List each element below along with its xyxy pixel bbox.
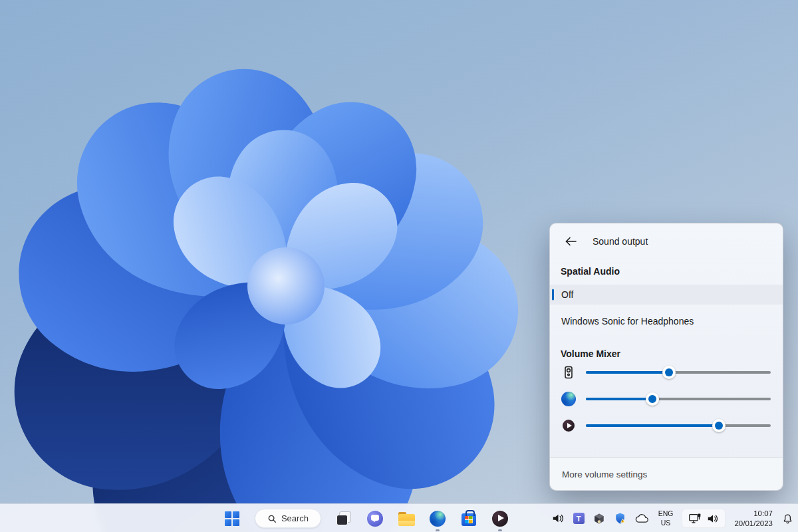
slider-fill	[586, 398, 652, 400]
clock-date: 20/01/2023	[734, 519, 773, 529]
selection-accent-bar	[552, 289, 554, 301]
speaker-device-icon	[561, 364, 577, 380]
search-button[interactable]: Search	[255, 509, 321, 528]
taskbar-item-chat[interactable]	[366, 510, 384, 527]
search-label: Search	[281, 513, 309, 523]
task-view-icon	[336, 511, 352, 527]
chat-bubble-icon	[367, 511, 383, 527]
speaker-icon	[552, 513, 565, 524]
language-indicator[interactable]: ENG US	[658, 509, 674, 527]
back-button[interactable]	[562, 234, 579, 249]
play-circle-icon	[492, 511, 508, 527]
volume-slider-media-player[interactable]	[586, 419, 771, 432]
mixer-row-edge	[550, 386, 783, 412]
slider-fill	[586, 424, 719, 427]
store-bag-icon	[462, 513, 476, 526]
running-indicator	[436, 529, 440, 531]
tray-teams-button[interactable]: T	[573, 513, 585, 524]
folder-icon	[398, 512, 415, 526]
taskbar-app-group: Search	[223, 504, 509, 532]
more-volume-settings-link[interactable]: More volume settings	[550, 458, 783, 490]
flyout-header: Sound output	[550, 223, 783, 249]
shield-warning-icon	[614, 512, 626, 525]
media-player-icon	[561, 418, 577, 434]
bell-icon	[781, 512, 794, 525]
network-icon	[688, 513, 702, 524]
tray-app-box-button[interactable]	[593, 513, 605, 525]
tray-volume-button[interactable]	[552, 513, 565, 524]
teams-icon: T	[573, 513, 585, 524]
running-indicator	[498, 529, 502, 531]
windows-logo-icon	[225, 511, 239, 526]
option-label: Off	[561, 289, 573, 300]
cloud-icon	[635, 513, 650, 523]
taskbar-item-file-explorer[interactable]	[398, 510, 415, 527]
taskbar-item-microsoft-store[interactable]	[460, 510, 477, 527]
taskbar-item-edge[interactable]	[429, 510, 446, 527]
start-button[interactable]	[223, 510, 241, 527]
tray-onedrive-button[interactable]	[635, 513, 650, 523]
spatial-audio-option-windows-sonic[interactable]: Windows Sonic for Headphones	[550, 311, 783, 331]
left-arrow-icon	[565, 237, 577, 246]
spatial-audio-option-off[interactable]: Off	[550, 285, 783, 305]
clock-time: 10:07	[734, 509, 773, 519]
slider-thumb[interactable]	[712, 419, 726, 432]
clock[interactable]: 10:07 20/01/2023	[734, 509, 773, 529]
sound-output-flyout: Sound output Spatial Audio Off Windows S…	[549, 223, 783, 491]
cube-icon	[593, 513, 605, 525]
flyout-title: Sound output	[593, 236, 648, 247]
taskbar-item-media-player[interactable]	[491, 510, 509, 527]
slider-thumb[interactable]	[662, 366, 676, 379]
search-icon	[267, 514, 277, 523]
mixer-row-media-player	[550, 412, 783, 439]
slider-fill	[586, 371, 669, 374]
tray-security-button[interactable]	[614, 512, 626, 525]
slider-thumb[interactable]	[646, 392, 659, 406]
taskbar-item-task-view[interactable]	[335, 510, 352, 527]
language-line2: US	[658, 519, 674, 527]
edge-icon	[430, 511, 446, 527]
option-label: Windows Sonic for Headphones	[561, 316, 694, 327]
spatial-audio-label: Spatial Audio	[550, 266, 783, 277]
taskbar: Search	[0, 503, 798, 532]
mixer-row-system	[550, 359, 783, 386]
speaker-icon	[707, 513, 719, 524]
quick-settings-button[interactable]	[682, 509, 726, 528]
notification-center-button[interactable]	[781, 512, 794, 525]
volume-slider-system[interactable]	[586, 366, 771, 379]
volume-mixer-label: Volume Mixer	[550, 348, 783, 359]
volume-slider-edge[interactable]	[586, 392, 771, 406]
edge-icon	[561, 391, 577, 407]
system-tray: T	[552, 504, 794, 532]
language-line1: ENG	[658, 509, 674, 518]
